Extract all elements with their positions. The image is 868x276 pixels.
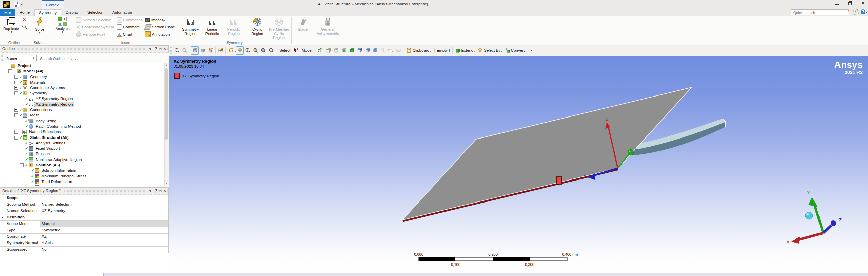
outline-scrollbar[interactable] [164,63,169,186]
convert-button[interactable]: Convert [504,47,528,54]
search-outline-input[interactable] [39,56,68,62]
tree-item-fixed-support[interactable]: Fixed Support [0,146,169,151]
details-property-value[interactable]: XZ [40,234,168,240]
select-label[interactable]: Select [277,48,292,52]
tree-item-maximum-principal-stress[interactable]: Maximum Principal Stress [0,173,169,179]
tab-display[interactable]: Display [61,9,83,16]
tree-item-named-selections[interactable]: Named Selections [0,129,169,135]
zoom-fit-button[interactable] [259,46,267,55]
tab-symmetry[interactable]: Symmetry [34,9,61,16]
details-property-value[interactable]: No [40,247,168,253]
tree-item-patch-conforming-method[interactable]: Patch Conforming Method [0,124,169,129]
triad-iso-sphere[interactable] [805,212,813,219]
outline-close-icon[interactable]: ✕ [164,47,167,52]
symmetry-region-button[interactable]: Symmetry Region [180,16,201,36]
tab-file[interactable]: File [0,9,15,16]
tree-expander-icon[interactable] [20,163,24,167]
rotate-button[interactable] [227,46,235,55]
symmetry-plane-plate[interactable] [402,87,692,220]
tree-expander-icon[interactable] [14,113,18,117]
save-icon[interactable] [14,2,19,7]
orientation-triad[interactable]: Y X Z [787,190,842,245]
quick-launch-box[interactable] [791,9,849,15]
pan-button[interactable] [236,46,244,55]
toolbar-drag-handle[interactable] [170,47,172,54]
details-menu-caret-icon[interactable]: ▼ [149,189,152,194]
filter-face-button[interactable] [340,46,348,55]
zoom-redo-button[interactable] [181,46,189,55]
scroll-up-icon[interactable] [165,64,167,66]
filter-body-button[interactable] [348,46,356,55]
tree-expander-icon[interactable] [14,75,18,79]
quick-access-caret-icon[interactable]: ▾ [21,3,23,6]
filter-vertex-button[interactable] [325,46,333,55]
tree-item-static-structural-a5[interactable]: Static Structural (A5) [0,135,169,140]
tab-selection[interactable]: Selection [83,9,108,16]
tree-item-project[interactable]: Project [0,63,169,68]
tree-item-mesh[interactable]: Mesh [0,113,169,118]
outline-pin-icon[interactable] [154,47,157,51]
details-close-icon[interactable]: ✕ [164,189,167,194]
viewports-button[interactable] [217,46,224,55]
filter-element-face-button[interactable] [364,46,372,55]
outline-menu-caret-icon[interactable]: ▼ [149,47,152,52]
ribbon-collapse-icon[interactable]: ^ [848,10,850,14]
section-plane-button[interactable]: Section Plane [144,23,176,30]
toolbar-overflow-button[interactable] [528,46,535,55]
restore-button[interactable] [844,0,856,7]
look-at-button[interactable] [199,46,206,55]
extend-button[interactable]: Extend [454,47,476,54]
comment-button[interactable]: Comment [116,23,143,30]
tree-item-solution-information[interactable]: Solution Information [0,168,169,173]
tree-expander-icon[interactable] [14,130,18,134]
mode-label[interactable]: Mode [300,47,315,54]
commands-button[interactable]: Commands [116,16,143,23]
search-options-caret-icon[interactable]: ▾ [75,56,76,61]
app-icon[interactable] [3,1,10,8]
tree-item-nonlinear-adaptive-region[interactable]: Nonlinear Adaptive Region [0,157,169,162]
filter-node-button[interactable] [356,46,364,55]
annotation-button[interactable]: Annotation [144,30,176,38]
periodic-region-button[interactable]: Periodic Region [223,16,245,36]
pre-meshed-cyclic-region-button[interactable]: Pre-Meshed Cyclic Region [268,16,290,40]
filter-edge-button[interactable] [333,46,340,55]
coordinate-system-button[interactable]: Coordinate System [75,23,115,30]
tree-item-geometry[interactable]: Geometry [0,74,169,80]
hit-point-label-button[interactable]: Abc [395,46,403,55]
quick-launch-input[interactable] [793,10,848,15]
linear-periodic-button[interactable]: Linear Periodic [201,16,223,36]
tree-expander-icon[interactable] [14,86,18,90]
general-axisymmetric-button[interactable]: General Axisymmetric [316,16,340,36]
help-icon[interactable]: ? [861,9,865,14]
search-outline-box[interactable] [38,55,67,61]
solver-dialog-launcher-icon[interactable]: ⌟ [44,42,46,45]
analysis-button[interactable]: ± Analysis ▾ [53,16,72,34]
box-zoom-button[interactable] [252,46,259,55]
selection-information-button[interactable]: 100 [387,46,395,55]
details-property-value[interactable]: XZ Symmetry [40,208,168,214]
tree-item-body-sizing[interactable]: Body Sizing [0,118,169,124]
outline-maximize-icon[interactable]: □ [160,47,162,52]
solve-button[interactable]: Solve ▾ [30,16,50,34]
rotate-geometry-button[interactable] [206,46,214,55]
images-button[interactable]: Images [144,16,176,23]
tab-automation[interactable]: Automation [108,9,136,16]
mode-cursor-icon[interactable] [292,46,300,55]
delete-button[interactable]: ✕ [23,18,26,22]
details-pin-icon[interactable] [154,189,157,193]
search-expand-icon[interactable]: ⌄ [70,55,73,61]
details-property-value[interactable]: Named Selection [40,201,168,208]
close-button[interactable]: ✕ [857,0,868,7]
graphics-viewport[interactable]: X Y Z 0,000 0,200 0,400 (m) 0,100 0,300 … [169,56,868,273]
tree-item-yz-symmetry-region[interactable]: YZ Symmetry Region [0,96,169,102]
tree-item-connections[interactable]: Connections [0,107,169,112]
tab-home[interactable]: Home [15,9,35,16]
named-selection-button[interactable]: Named Selection [75,16,115,23]
details-maximize-icon[interactable]: □ [160,189,162,194]
collapse-icon[interactable] [1,197,4,200]
tree-item-coordinate-systems[interactable]: Coordinate Systems [0,85,169,90]
tree-expander-icon[interactable] [8,69,12,73]
magnifier-window-button[interactable] [267,46,275,55]
coordinates-pick-button[interactable]: X,Y,Z [379,46,387,55]
clipboard-button[interactable]: Clipboard [405,47,432,54]
